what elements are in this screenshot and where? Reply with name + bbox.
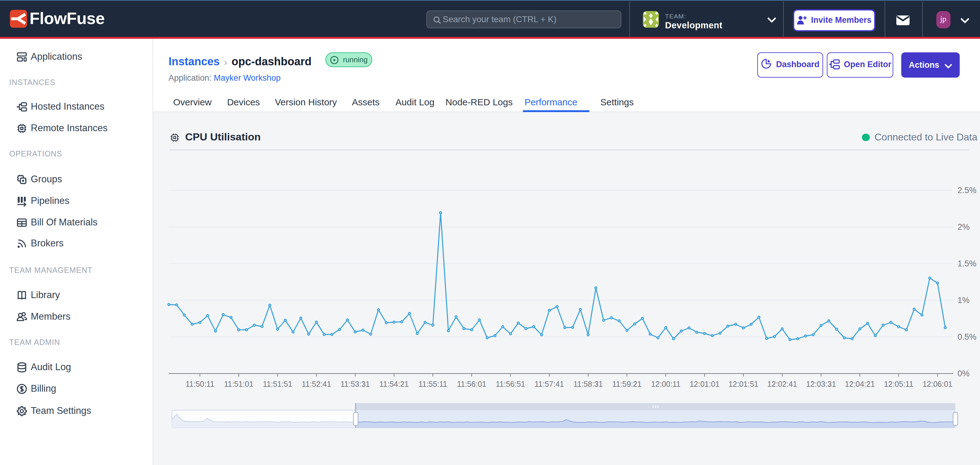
svg-text:11:58:31: 11:58:31 bbox=[573, 379, 602, 388]
svg-text:11:56:51: 11:56:51 bbox=[496, 379, 525, 388]
svg-text:11:55:11: 11:55:11 bbox=[418, 379, 447, 388]
svg-text:2%: 2% bbox=[957, 222, 969, 231]
svg-text:11:56:01: 11:56:01 bbox=[457, 379, 486, 388]
svg-text:12:00:11: 12:00:11 bbox=[651, 379, 680, 388]
svg-text:11:57:41: 11:57:41 bbox=[534, 379, 563, 388]
svg-text:11:50:11: 11:50:11 bbox=[185, 379, 214, 388]
svg-text:1.5%: 1.5% bbox=[957, 259, 976, 268]
svg-text:12:05:11: 12:05:11 bbox=[884, 379, 913, 388]
svg-text:11:54:21: 11:54:21 bbox=[379, 379, 408, 388]
svg-text:2.5%: 2.5% bbox=[957, 185, 976, 195]
svg-text:12:04:21: 12:04:21 bbox=[845, 379, 875, 388]
svg-text:1%: 1% bbox=[957, 295, 969, 305]
svg-text:12:06:01: 12:06:01 bbox=[922, 379, 952, 388]
svg-text:12:03:31: 12:03:31 bbox=[806, 379, 836, 388]
svg-text:11:52:41: 11:52:41 bbox=[301, 379, 331, 388]
svg-text:11:51:51: 11:51:51 bbox=[262, 379, 292, 388]
svg-text:11:59:21: 11:59:21 bbox=[612, 379, 641, 388]
svg-text:0%: 0% bbox=[957, 369, 969, 378]
svg-text:11:51:01: 11:51:01 bbox=[224, 379, 253, 388]
svg-text:0.5%: 0.5% bbox=[957, 332, 976, 341]
svg-text:12:02:41: 12:02:41 bbox=[767, 379, 797, 388]
svg-text:12:01:01: 12:01:01 bbox=[689, 379, 719, 388]
svg-text:12:01:51: 12:01:51 bbox=[728, 379, 758, 388]
svg-text:11:53:31: 11:53:31 bbox=[340, 379, 369, 388]
